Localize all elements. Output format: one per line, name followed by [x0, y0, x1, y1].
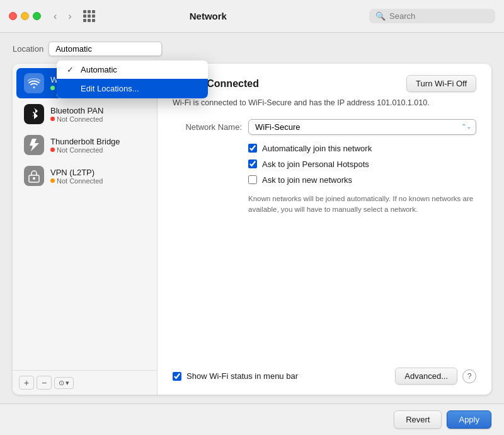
titlebar: ‹ › Network 🔍	[0, 0, 504, 33]
traffic-lights	[9, 12, 41, 20]
checkbox-auto-join-row: Automatically join this network	[248, 144, 476, 153]
sidebar-item-vpn[interactable]: VPN (L2TP) Not Connected	[16, 161, 153, 191]
wifi-status-dot	[50, 86, 55, 90]
search-bar[interactable]: 🔍	[369, 9, 495, 23]
personal-hotspot-checkbox[interactable]	[248, 160, 257, 168]
dropdown-item-automatic-label: Automatic	[81, 65, 117, 74]
location-dropdown-menu: ✓ Automatic Edit Locations...	[57, 61, 208, 98]
vpn-item-name: VPN (L2TP)	[50, 168, 103, 177]
add-network-button[interactable]: +	[19, 376, 34, 390]
show-wifi-status-checkbox[interactable]	[173, 372, 181, 381]
sidebar: Wi-Fi Connected Blue	[13, 64, 158, 395]
minimize-button[interactable]	[21, 12, 29, 20]
network-name-row: Network Name: WiFi-Secure Other Network.…	[173, 119, 476, 135]
action-bar: Revert Apply	[0, 403, 504, 435]
search-input[interactable]	[389, 11, 478, 21]
svg-point-1	[33, 177, 35, 180]
window-title: Network	[54, 11, 363, 21]
detail-panel: Status: Connected Turn Wi-Fi Off Wi-Fi i…	[158, 64, 491, 395]
thunderbolt-item-status: Not Connected	[50, 146, 120, 154]
location-selected-value: Automatic	[55, 44, 92, 54]
thunderbolt-item-name: Thunderbolt Bridge	[50, 137, 120, 146]
thunderbolt-icon	[24, 135, 44, 155]
vpn-status-dot	[50, 178, 55, 183]
remove-network-button[interactable]: −	[37, 376, 52, 390]
detail-footer: Show Wi-Fi status in menu bar Advanced..…	[173, 368, 476, 385]
checkmark-icon: ✓	[67, 65, 76, 74]
footer-right: Advanced... ?	[395, 368, 476, 385]
bluetooth-status-dot	[50, 117, 55, 121]
apply-button[interactable]: Apply	[447, 410, 491, 429]
bluetooth-item-name: Bluetooth PAN	[50, 106, 103, 115]
checkbox-new-networks-row: Ask to join new networks	[248, 175, 476, 185]
detail-header: Status: Connected Turn Wi-Fi Off	[173, 75, 476, 92]
action-icon: ⊙	[59, 379, 64, 387]
revert-button[interactable]: Revert	[394, 410, 442, 429]
help-button[interactable]: ?	[462, 369, 476, 383]
bluetooth-item-info: Bluetooth PAN Not Connected	[50, 106, 103, 123]
sidebar-item-thunderbolt[interactable]: Thunderbolt Bridge Not Connected	[16, 130, 153, 160]
checkbox-personal-hotspot-row: Ask to join Personal Hotspots	[248, 160, 476, 169]
fullscreen-button[interactable]	[33, 12, 41, 20]
dropdown-item-edit-locations[interactable]: Edit Locations...	[57, 79, 208, 98]
network-name-select[interactable]: WiFi-Secure Other Network...	[248, 119, 476, 135]
turn-wifi-off-button[interactable]: Turn Wi-Fi Off	[406, 75, 476, 92]
advanced-button[interactable]: Advanced...	[395, 368, 457, 385]
action-arrow-icon: ▾	[66, 379, 69, 387]
new-networks-label[interactable]: Ask to join new networks	[262, 175, 352, 185]
main-content: Location Automatic ✓ Automatic Edit Loca…	[0, 33, 504, 403]
location-bar: Location Automatic ✓ Automatic Edit Loca…	[13, 42, 491, 56]
close-button[interactable]	[9, 12, 17, 20]
dropdown-item-edit-label: Edit Locations...	[81, 84, 139, 93]
vpn-item-info: VPN (L2TP) Not Connected	[50, 168, 103, 185]
show-wifi-status-label[interactable]: Show Wi-Fi status in menu bar	[186, 371, 298, 381]
sidebar-item-bluetooth[interactable]: Bluetooth PAN Not Connected	[16, 99, 153, 129]
new-networks-checkbox[interactable]	[248, 175, 257, 184]
network-name-label: Network Name:	[173, 122, 242, 132]
thunderbolt-item-info: Thunderbolt Bridge Not Connected	[50, 137, 120, 154]
show-status-row: Show Wi-Fi status in menu bar	[173, 371, 298, 381]
search-icon: 🔍	[375, 11, 386, 21]
network-action-button[interactable]: ⊙ ▾	[54, 377, 74, 389]
location-label: Location	[13, 44, 43, 54]
sidebar-list: Wi-Fi Connected Blue	[13, 64, 157, 370]
auto-join-checkbox[interactable]	[248, 144, 257, 153]
vpn-icon	[24, 166, 44, 186]
sidebar-footer: + − ⊙ ▾	[13, 370, 157, 395]
personal-hotspot-label[interactable]: Ask to join Personal Hotspots	[262, 160, 369, 169]
bluetooth-item-status: Not Connected	[50, 115, 103, 123]
thunderbolt-status-dot	[50, 148, 55, 152]
bluetooth-icon	[24, 104, 44, 124]
networks-info-text: Known networks will be joined automatica…	[248, 194, 475, 216]
dropdown-item-automatic[interactable]: ✓ Automatic	[57, 61, 208, 79]
location-dropdown[interactable]: Automatic	[49, 42, 162, 56]
status-value: Connected	[207, 78, 259, 89]
checkboxes-section: Automatically join this network Ask to j…	[248, 144, 476, 185]
wifi-icon	[24, 73, 44, 93]
network-name-select-wrapper: WiFi-Secure Other Network... ⌃⌄	[248, 119, 476, 135]
wifi-description: Wi-Fi is connected to WiFi-Secure and ha…	[173, 97, 476, 109]
detail-spacer	[173, 224, 476, 362]
auto-join-label[interactable]: Automatically join this network	[262, 144, 372, 153]
vpn-item-status: Not Connected	[50, 177, 103, 185]
body-layout: Wi-Fi Connected Blue	[13, 64, 491, 395]
